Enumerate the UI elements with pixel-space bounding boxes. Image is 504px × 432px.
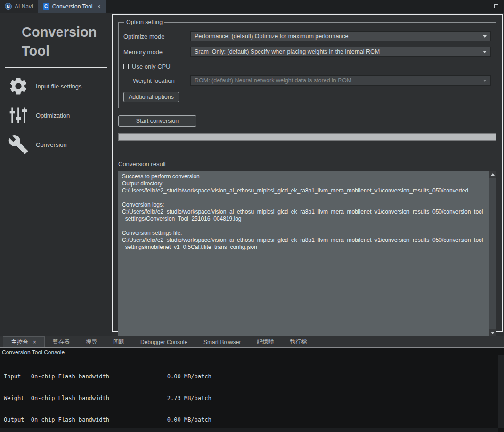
minimize-icon[interactable] (482, 8, 487, 8)
tab-ai-navi[interactable]: N AI Navi (0, 0, 38, 13)
conversion-panel: Option setting Optimize mode Performance… (112, 14, 503, 332)
console-tab-label: 搜尋 (86, 338, 97, 346)
console-tab-problems[interactable]: 問題 (105, 336, 132, 347)
scroll-up-icon[interactable] (489, 171, 496, 178)
additional-options-button[interactable]: Addtional options (123, 92, 179, 102)
console-tab-bar: 主控台 × 暫存器 搜尋 問題 Debugger Console Smart B… (0, 336, 504, 348)
console-tab-executables[interactable]: 執行檔 (282, 336, 315, 347)
console-tab-memory[interactable]: 記憶體 (249, 336, 282, 347)
tab-conversion-tool[interactable]: C Conversion Tool × (38, 0, 106, 13)
console-panel: 主控台 × 暫存器 搜尋 問題 Debugger Console Smart B… (0, 336, 504, 432)
sidebar-divider (5, 67, 107, 68)
chevron-down-icon (483, 80, 487, 82)
weight-location-label: Weight location (123, 77, 190, 84)
conversion-result-text[interactable]: Success to perform conversion Output dir… (118, 171, 489, 336)
memory-mode-label: Memory mode (123, 48, 190, 56)
gear-icon (8, 75, 29, 97)
console-tab-registers[interactable]: 暫存器 (45, 336, 78, 347)
chevron-down-icon (483, 51, 487, 53)
weight-location-select: ROM: (default) Neural network weight dat… (190, 75, 491, 86)
sidebar-item-input-file-settings[interactable]: Input file settings (0, 72, 112, 101)
optimize-mode-label: Optimize mode (123, 33, 190, 40)
start-conversion-button[interactable]: Start conversion (118, 115, 196, 127)
memory-mode-value: Sram_Only: (default) Specify when placin… (195, 48, 380, 55)
sidebar-title: Conversion Tool (0, 13, 112, 60)
memory-mode-row: Memory mode Sram_Only: (default) Specify… (123, 47, 491, 57)
use-only-cpu-row: Use only CPU (123, 63, 491, 70)
sidebar-nav: Input file settings (0, 72, 112, 159)
sidebar-item-optimization[interactable]: Optimization (0, 101, 112, 130)
console-tab-label: 記憶體 (257, 338, 274, 346)
conversion-tool-icon: C (43, 3, 49, 10)
optimize-mode-select[interactable]: Performance: (default) Optimize for maxi… (190, 31, 491, 41)
memory-mode-select[interactable]: Sram_Only: (default) Specify when placin… (190, 47, 491, 57)
console-tab-label: 暫存器 (53, 338, 70, 346)
conversion-result-label: Conversion result (118, 160, 496, 168)
conversion-progress-bar (118, 133, 496, 141)
console-line: Input On-chip Flash bandwidth 0.00 MB/ba… (4, 373, 504, 380)
weight-location-value: ROM: (default) Neural network weight dat… (195, 77, 351, 84)
ai-navi-icon: N (5, 3, 12, 10)
console-output[interactable]: Input On-chip Flash bandwidth 0.00 MB/ba… (0, 357, 504, 432)
console-line: Output On-chip Flash bandwidth 0.00 MB/b… (4, 416, 504, 424)
sidebar-item-label: Conversion (36, 141, 67, 148)
console-tab-label: 執行檔 (290, 338, 307, 346)
sidebar-item-label: Input file settings (36, 83, 82, 90)
app-window: N AI Navi C Conversion Tool × Conversion… (0, 0, 504, 432)
console-line: Weight On-chip Flash bandwidth 2.73 MB/b… (4, 395, 504, 402)
console-tab-search[interactable]: 搜尋 (78, 336, 105, 347)
console-tab-smart-browser[interactable]: Smart Browser (195, 336, 249, 347)
console-tab-debugger-console[interactable]: Debugger Console (132, 336, 195, 347)
window-controls (482, 0, 504, 13)
optimize-mode-row: Optimize mode Performance: (default) Opt… (123, 31, 491, 41)
result-scrollbar[interactable] (489, 171, 496, 336)
sidebar-item-label: Optimization (36, 112, 70, 119)
console-tab-main[interactable]: 主控台 × (3, 336, 45, 347)
editor-tab-bar: N AI Navi C Conversion Tool × (0, 0, 504, 13)
use-only-cpu-label: Use only CPU (132, 63, 171, 70)
wrench-icon (8, 134, 29, 155)
option-setting-group: Option setting Optimize mode Performance… (118, 19, 496, 108)
sidebar: Conversion Tool Input file settings (0, 13, 112, 336)
sidebar-item-conversion[interactable]: Conversion (0, 130, 112, 159)
conversion-result-box: Success to perform conversion Output dir… (118, 171, 496, 336)
console-tab-label: Smart Browser (203, 339, 241, 345)
tab-ai-navi-label: AI Navi (15, 3, 33, 10)
use-only-cpu-checkbox[interactable] (123, 64, 129, 69)
console-tab-label: Debugger Console (140, 339, 187, 345)
additional-options-row: Addtional options (123, 92, 491, 102)
optimize-mode-value: Performance: (default) Optimize for maxi… (195, 33, 349, 40)
weight-location-row: Weight location ROM: (default) Neural ne… (123, 75, 491, 86)
console-horizontal-scrollbar[interactable] (0, 428, 498, 432)
chevron-down-icon (483, 35, 487, 38)
close-icon[interactable]: × (98, 3, 101, 10)
maximize-icon[interactable] (494, 4, 498, 8)
close-icon[interactable]: × (33, 339, 36, 345)
console-vertical-scrollbar[interactable] (498, 355, 504, 428)
tab-conversion-tool-label: Conversion Tool (52, 3, 93, 10)
sliders-icon (8, 104, 29, 126)
console-tab-label: 主控台 (11, 338, 28, 346)
console-tab-label: 問題 (113, 338, 124, 346)
console-subtitle: Conversion Tool Console (0, 348, 504, 357)
scroll-down-icon[interactable] (489, 329, 496, 336)
option-setting-legend: Option setting (124, 19, 164, 25)
